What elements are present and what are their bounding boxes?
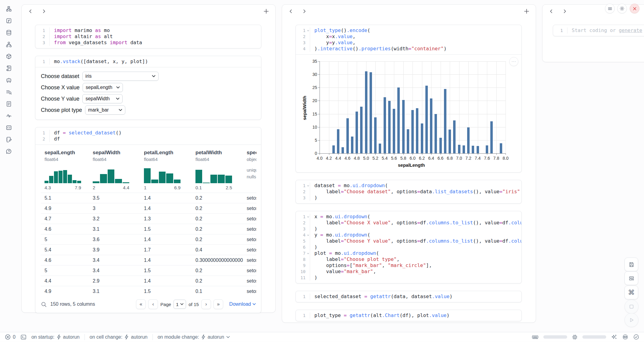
file-explorer-icon[interactable] bbox=[5, 5, 12, 12]
chart-options-button[interactable]: ⋯ bbox=[509, 57, 518, 66]
chevron-right-icon[interactable] bbox=[562, 9, 567, 14]
code-editor[interactable]: 1import marimo as mo2import altair as al… bbox=[35, 25, 261, 48]
code-line[interactable]: 5 label="Choose Y value", options=df.col… bbox=[296, 238, 521, 244]
ai-sparkle-icon[interactable] bbox=[611, 334, 617, 340]
code-editor[interactable]: 1plot_type().encode(2 x=x.value,3 y=y.va… bbox=[296, 25, 521, 54]
cell-xy-plot-dropdowns[interactable]: 1x = mo.ui.dropdown(2 label="Choose X va… bbox=[295, 211, 522, 283]
error-count-button[interactable]: 0 bbox=[5, 334, 16, 340]
menu-icon[interactable] bbox=[605, 4, 615, 13]
column-header-species[interactable]: speciesobjectunique:nulls: bbox=[243, 149, 256, 193]
prev-page-button[interactable]: ‹ bbox=[148, 299, 158, 309]
code-editor[interactable]: 1x = mo.ui.dropdown(2 label="Choose X va… bbox=[296, 211, 521, 283]
code-editor[interactable]: 1dataset = mo.ui.dropdown(2 label="Choos… bbox=[296, 180, 521, 203]
cell-imports[interactable]: 1import marimo as mo2import altair as al… bbox=[35, 25, 261, 48]
layout-icon[interactable] bbox=[624, 271, 638, 285]
code-line[interactable]: 8 label="Choose plot type", bbox=[296, 256, 521, 262]
terminal-icon[interactable] bbox=[20, 334, 27, 340]
cell-selected-dataset[interactable]: 1selected_dataset = getattr(data, datase… bbox=[295, 291, 522, 302]
stop-icon[interactable] bbox=[624, 300, 639, 314]
code-line[interactable]: 1import marimo as mo bbox=[35, 27, 261, 34]
on-module-change-config[interactable]: on module change: autorun bbox=[158, 334, 230, 340]
code-line[interactable]: 7plot = mo.ui.dropdown( bbox=[296, 250, 521, 256]
page-select[interactable]: 1 bbox=[174, 300, 186, 309]
code-line[interactable]: 1plot_type().encode( bbox=[296, 27, 521, 34]
code-line[interactable]: 1df = selected_dataset() bbox=[35, 130, 261, 136]
outline-icon[interactable] bbox=[5, 101, 12, 107]
dependency-graph-icon[interactable] bbox=[5, 41, 12, 48]
column-header-petalLength[interactable]: petalLengthfloat6416.9 bbox=[140, 149, 192, 193]
settings-icon[interactable] bbox=[617, 4, 627, 13]
code-line[interactable]: 10 value="mark_bar", bbox=[296, 269, 521, 275]
code-line[interactable]: 4).interactive().properties(width="conta… bbox=[296, 46, 521, 52]
ai-chat-icon[interactable] bbox=[5, 77, 12, 84]
chevron-right-icon[interactable] bbox=[41, 9, 47, 14]
close-icon[interactable] bbox=[630, 4, 639, 13]
code-line[interactable]: 2 label="Choose dataset", options=data.l… bbox=[296, 189, 521, 195]
column-header-petalWidth[interactable]: petalWidthfloat640.12.5 bbox=[192, 149, 243, 193]
functions-icon[interactable] bbox=[5, 17, 12, 24]
first-page-button[interactable]: « bbox=[136, 299, 146, 309]
logs-icon[interactable] bbox=[5, 65, 12, 72]
cell-dataset-dropdown[interactable]: 1dataset = mo.ui.dropdown(2 label="Choos… bbox=[295, 180, 522, 204]
last-page-button[interactable]: » bbox=[213, 299, 223, 309]
scratchpad-icon[interactable] bbox=[5, 136, 12, 143]
choose-y-value-select[interactable]: sepalWidth bbox=[82, 94, 123, 103]
code-line[interactable]: 1selected_dataset = getattr(data, datase… bbox=[296, 294, 521, 300]
code-line[interactable]: 1 Start coding or generate with AI bbox=[553, 27, 644, 34]
chevron-left-icon[interactable] bbox=[288, 9, 294, 14]
code-line[interactable]: 4y = mo.ui.dropdown( bbox=[296, 232, 521, 238]
code-line[interactable]: 1plot_type = getattr(alt.Chart(df), plot… bbox=[296, 312, 521, 319]
next-page-button[interactable]: › bbox=[201, 299, 211, 309]
code-line[interactable]: 1dataset = mo.ui.dropdown( bbox=[296, 183, 521, 189]
code-line[interactable]: 1mo.vstack([dataset, x, y, plot]) bbox=[35, 59, 261, 65]
code-line[interactable]: 2import altair as alt bbox=[35, 34, 261, 40]
code-line[interactable]: 2df bbox=[35, 136, 261, 142]
search-icon[interactable] bbox=[41, 301, 47, 307]
code-line[interactable]: 3 y=y.value, bbox=[296, 40, 521, 46]
code-line[interactable]: 1x = mo.ui.dropdown( bbox=[296, 214, 521, 220]
connection-status-icon[interactable] bbox=[633, 334, 639, 340]
code-line[interactable]: 11) bbox=[296, 275, 521, 281]
add-cell-icon[interactable] bbox=[524, 8, 530, 14]
variables-search-icon[interactable] bbox=[5, 89, 12, 95]
code-line[interactable]: 3from vega_datasets import data bbox=[35, 40, 261, 46]
save-icon[interactable] bbox=[624, 258, 638, 271]
column-header-sepalWidth[interactable]: sepalWidthfloat6424.4 bbox=[89, 149, 140, 193]
help-icon[interactable] bbox=[5, 148, 12, 155]
chevron-left-icon[interactable] bbox=[28, 9, 33, 14]
code-line[interactable]: 2 label="Choose X value", options=df.col… bbox=[296, 220, 521, 226]
editor-placeholder[interactable]: Start coding or generate with AI bbox=[567, 27, 644, 34]
command-palette-icon[interactable]: ⌘ bbox=[624, 286, 638, 299]
cell-vstack[interactable]: 1mo.vstack([dataset, x, y, plot]) Choose… bbox=[35, 56, 261, 120]
code-line[interactable]: 3) bbox=[296, 226, 521, 232]
cell-dataframe[interactable]: 1df = selected_dataset()2df sepalLengthf… bbox=[35, 127, 261, 313]
on-startup-config[interactable]: on startup: autorun bbox=[31, 334, 80, 340]
run-icon[interactable] bbox=[624, 313, 639, 327]
download-button[interactable]: Download bbox=[229, 301, 256, 307]
code-editor[interactable]: 1df = selected_dataset()2df bbox=[35, 127, 261, 144]
cell-plot-type[interactable]: 1plot_type = getattr(alt.Chart(df), plot… bbox=[295, 310, 522, 321]
chevron-left-icon[interactable] bbox=[549, 9, 554, 14]
copilot-icon[interactable] bbox=[622, 334, 628, 340]
cell-empty[interactable]: 1 Start coding or generate with AI bbox=[553, 25, 644, 36]
snippets-icon[interactable] bbox=[5, 124, 12, 131]
cell-plot[interactable]: 1plot_type().encode(2 x=x.value,3 y=y.va… bbox=[295, 25, 522, 173]
datasources-icon[interactable] bbox=[5, 29, 12, 36]
choose-plot-type-select[interactable]: mark_bar bbox=[85, 105, 125, 115]
chevron-right-icon[interactable] bbox=[302, 9, 307, 14]
generate-with-ai-link[interactable]: generate bbox=[619, 27, 642, 33]
column-header-sepalLength[interactable]: sepalLengthfloat644.37.9 bbox=[41, 149, 89, 193]
choose-x-value-select[interactable]: sepalLength bbox=[83, 83, 123, 92]
add-cell-icon[interactable] bbox=[263, 8, 269, 14]
code-editor[interactable]: 1mo.vstack([dataset, x, y, plot]) bbox=[35, 56, 261, 67]
code-line[interactable]: 9 options=["mark_bar", "mark_circle"], bbox=[296, 262, 521, 269]
code-editor[interactable]: 1plot_type = getattr(alt.Chart(df), plot… bbox=[296, 310, 521, 321]
packages-icon[interactable] bbox=[5, 53, 12, 60]
tracebacks-icon[interactable] bbox=[5, 112, 12, 119]
code-line[interactable]: 6) bbox=[296, 244, 521, 250]
code-line[interactable]: 3) bbox=[296, 195, 521, 201]
choose-dataset-select[interactable]: iris bbox=[82, 72, 159, 81]
code-editor[interactable]: 1selected_dataset = getattr(data, datase… bbox=[296, 291, 521, 302]
code-line[interactable]: 2 x=x.value, bbox=[296, 34, 521, 40]
on-cell-change-config[interactable]: on cell change: autorun bbox=[90, 334, 148, 340]
